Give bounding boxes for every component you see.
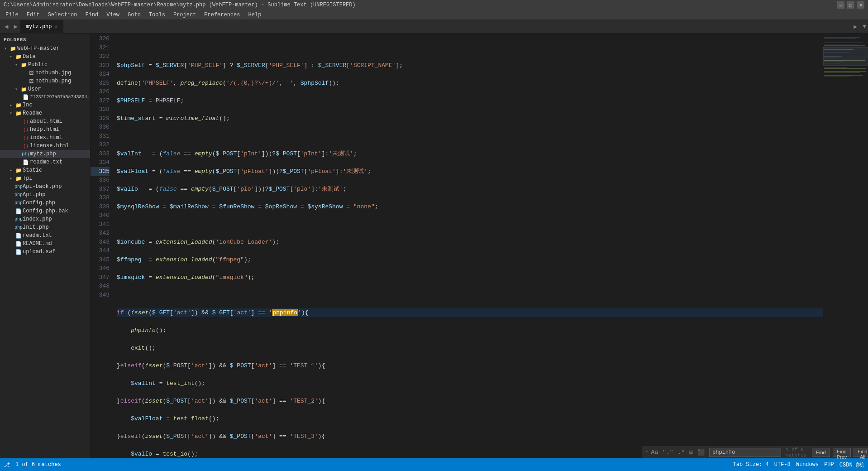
menu-help[interactable]: Help	[245, 11, 265, 19]
sidebar-item-config-php[interactable]: php Config.php	[0, 199, 90, 207]
sidebar-label-readme: Readme	[23, 110, 42, 116]
tab-mytz-php[interactable]: mytz.php ✕	[20, 20, 63, 34]
sidebar-item-index-html[interactable]: ⟨⟩ index.html	[0, 134, 90, 142]
case-sensitive-icon[interactable]: Aa	[651, 449, 658, 456]
menu-find[interactable]: Find	[81, 11, 102, 19]
menu-view[interactable]: View	[103, 11, 123, 19]
code-line-325	[117, 132, 823, 141]
code-line-338: }elseif(isset($_POST['act']) && $_POST['…	[117, 361, 823, 370]
find-button[interactable]: Find	[812, 448, 830, 457]
sidebar-label-api-back-php: Api-back.php	[23, 183, 62, 190]
title-text: C:\Users\Administrator\Downloads\WebFTP-…	[4, 2, 356, 8]
minimize-button[interactable]: ─	[837, 1, 844, 9]
sidebar-item-mytz-php[interactable]: php mytz.php	[0, 150, 90, 158]
menubar: File Edit Selection Find View Goto Tools…	[0, 10, 868, 20]
main-area: FOLDERS ▾ 📁 WebFTP-master ▾ 📁 Data ▾ 📁 P…	[0, 34, 868, 458]
sidebar-item-user[interactable]: ▾ 📁 User	[0, 85, 90, 93]
code-content[interactable]: $phpSelf = $_SERVER['PHP_SELF'] ? $_SERV…	[113, 34, 823, 458]
code-editor[interactable]: 320 321 322 323 324 325 326 327 328 329 …	[91, 34, 823, 458]
tab-right-arrow[interactable]: ▶	[850, 23, 861, 30]
minimap	[823, 34, 868, 458]
sidebar-item-public[interactable]: ▾ 📁 Public	[0, 61, 90, 69]
highlight-icon[interactable]: ⬛	[697, 449, 705, 456]
right-info: CSDN @杭	[839, 461, 864, 469]
menu-file[interactable]: File	[2, 11, 22, 19]
titlebar-controls: ─ □ ✕	[837, 1, 864, 9]
sidebar-label-readme-md: README.md	[23, 240, 52, 247]
sidebar-item-readm-txt[interactable]: 📄 readm.txt	[0, 231, 90, 240]
sidebar-label-config-php-bak: Config.php.bak	[23, 208, 68, 214]
menu-goto[interactable]: Goto	[124, 11, 144, 19]
find-input[interactable]	[709, 448, 781, 457]
titlebar: C:\Users\Administrator\Downloads\WebFTP-…	[0, 0, 868, 10]
minimap-svg	[823, 34, 868, 458]
menu-edit[interactable]: Edit	[23, 11, 43, 19]
code-line-326: $valInt = (false == empty($_POST['pInt']…	[117, 149, 823, 159]
file-icon-user: 📄	[22, 94, 30, 100]
sidebar-label-public: Public	[28, 62, 48, 68]
sidebar-item-data[interactable]: ▾ 📁 Data	[0, 53, 90, 61]
whole-word-icon[interactable]: "."	[663, 449, 673, 456]
bottombar: ⎇ 1 of 6 matches Tab Size: 4 UTF-8 Windo…	[0, 458, 868, 471]
tab-next-arrow[interactable]: ▶	[11, 23, 20, 30]
find-prev-button[interactable]: Find Prev	[833, 448, 851, 457]
folder-arrow-public: ▾	[13, 62, 20, 67]
sidebar-item-help-html[interactable]: ⟨⟩ help.html	[0, 125, 90, 134]
code-line-337: exit();	[117, 344, 823, 353]
svg-rect-7	[824, 45, 865, 46]
sidebar-label-mytz-php: mytz.php	[30, 151, 56, 157]
folder-icon-static: 📁	[14, 168, 23, 173]
menu-tools[interactable]: Tools	[145, 11, 169, 19]
context-icon[interactable]: ⊞	[689, 449, 693, 456]
file-icon-api-php: php	[14, 192, 23, 197]
svg-rect-26	[824, 77, 851, 77]
sidebar-item-upload-swf[interactable]: 📄 upload.swf	[0, 248, 90, 256]
tab-prev-arrow[interactable]: ◀	[2, 23, 11, 30]
language-indicator[interactable]: PHP	[824, 461, 834, 468]
folder-icon-public: 📁	[20, 62, 28, 68]
sidebar-label-nothumb-png: nothumb.png	[35, 78, 71, 84]
menu-project[interactable]: Project	[170, 11, 200, 19]
code-line-342: }elseif(isset($_POST['act']) && $_POST['…	[117, 432, 823, 441]
menu-selection[interactable]: Selection	[44, 11, 81, 19]
line-ending-indicator[interactable]: Windows	[796, 461, 819, 468]
sidebar-item-readme[interactable]: ▾ 📁 Readme	[0, 109, 90, 117]
svg-rect-0	[823, 34, 868, 458]
file-icon-config-php: php	[14, 201, 23, 206]
encoding-indicator[interactable]: UTF-8	[774, 461, 791, 468]
sidebar-item-api-php[interactable]: php Api.php	[0, 191, 90, 199]
sidebar-item-nothumb-png[interactable]: 🖼 nothumb.png	[0, 77, 90, 85]
sidebar-label-readm-txt: readm.txt	[23, 232, 52, 239]
sidebar-item-tpl[interactable]: ▸ 📁 Tpl	[0, 174, 90, 183]
sidebar-item-api-back-php[interactable]: php Api-back.php	[0, 183, 90, 191]
folder-arrow-tpl: ▸	[7, 176, 14, 181]
sidebar-item-about-html[interactable]: ⟨⟩ about.html	[0, 117, 90, 125]
tab-menu-arrow[interactable]: ▼	[861, 23, 868, 30]
sidebar-item-userfile[interactable]: 📄 21232f297a57a5a743894a0e4a8...	[0, 93, 90, 101]
sidebar-item-webftp[interactable]: ▾ 📁 WebFTP-master	[0, 44, 90, 53]
sidebar-item-nothumb-jpg[interactable]: 🖼 nothumb.jpg	[0, 69, 90, 77]
sidebar-item-inc[interactable]: ▸ 📁 Inc	[0, 101, 90, 109]
sidebar-item-static[interactable]: ▸ 📁 Static	[0, 166, 90, 174]
sidebar-item-config-php-bak[interactable]: 📄 Config.php.bak	[0, 207, 90, 215]
menu-preferences[interactable]: Preferences	[200, 11, 243, 19]
sidebar-item-readme-txt[interactable]: 📄 readme.txt	[0, 158, 90, 166]
folder-arrow-webftp: ▾	[2, 46, 9, 51]
tab-size-indicator[interactable]: Tab Size: 4	[733, 461, 769, 468]
regex-icon[interactable]: .*	[678, 449, 685, 456]
sidebar-item-init-php[interactable]: php Init.php	[0, 223, 90, 231]
svg-rect-18	[824, 66, 866, 66]
git-icon: ⎇	[4, 461, 10, 468]
sidebar-item-readme-md[interactable]: 📄 README.md	[0, 240, 90, 248]
close-button[interactable]: ✕	[857, 1, 864, 9]
maximize-button[interactable]: □	[847, 1, 854, 9]
bottombar-right: Tab Size: 4 UTF-8 Windows PHP CSDN @杭	[733, 461, 864, 469]
find-all-button[interactable]: Find All	[854, 448, 868, 457]
file-icon-html: ⟨⟩	[22, 119, 30, 125]
sidebar-label-data: Data	[23, 53, 36, 60]
code-line-330	[117, 220, 823, 229]
sidebar-item-index-php[interactable]: php index.php	[0, 215, 90, 223]
tab-close-button[interactable]: ✕	[54, 24, 57, 29]
svg-rect-24	[824, 74, 867, 74]
sidebar-item-license-html[interactable]: ⟨⟩ license.html	[0, 142, 90, 150]
